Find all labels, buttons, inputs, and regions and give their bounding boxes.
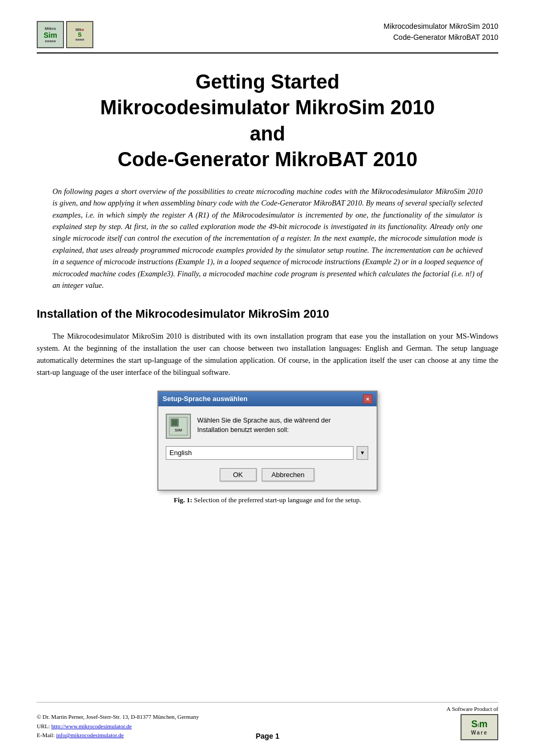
header-title: Mikrocodesimulator MikroSim 2010 Code-Ge… (383, 21, 498, 43)
dialog-select-row: English ▼ (166, 446, 368, 460)
header-logos: Mikro Sim ■■■■■ Miko S ■■■■ (37, 21, 93, 48)
footer-divider (37, 702, 498, 703)
dialog-body: SIM Wählen Sie die Sprache aus, die währ… (158, 406, 377, 490)
language-select[interactable]: English (166, 446, 354, 460)
footer-content: © Dr. Martin Perner, Josef-Sterr-Str. 13… (37, 706, 498, 740)
mikrosim-logo: Mikro Sim ■■■■■ (37, 21, 64, 48)
dialog-close-button[interactable]: × (363, 394, 372, 404)
simware-logo: Sim Ware (461, 714, 498, 740)
section1-body: The Mikrocodesimulator MikroSim 2010 is … (37, 330, 498, 379)
footer-email[interactable]: info@mikrocodesimulator.de (56, 732, 124, 738)
page-footer: © Dr. Martin Perner, Josef-Sterr-Str. 13… (0, 702, 535, 740)
figure-caption: Fig. 1: Selection of the preferred start… (37, 496, 498, 504)
footer-address: © Dr. Martin Perner, Josef-Sterr-Str. 13… (37, 712, 199, 740)
dialog-app-icon: SIM (166, 414, 191, 439)
mikrobat-logo: Miko S ■■■■ (66, 21, 93, 48)
footer-url[interactable]: http://www.mikrocodesimulator.de (51, 723, 132, 729)
dialog-screenshot: Setup-Sprache auswählen × SIM Wählen Si (37, 391, 498, 491)
dialog-title: Setup-Sprache auswählen (163, 395, 248, 403)
footer-right: A Software Product of Sim Ware (446, 706, 498, 740)
page-header: Mikro Sim ■■■■■ Miko S ■■■■ Mikrocodesim… (37, 21, 498, 53)
select-dropdown-arrow[interactable]: ▼ (357, 446, 368, 460)
intro-paragraph: On following pages a short overview of t… (52, 186, 483, 291)
dialog-message: Wählen Sie die Sprache aus, die während … (197, 414, 330, 436)
cancel-button[interactable]: Abbrechen (262, 468, 315, 481)
main-title: Getting Started Mikrocodesimulator Mikro… (37, 69, 498, 173)
setup-dialog: Setup-Sprache auswählen × SIM Wählen Si (157, 391, 378, 491)
footer-page-number: Page 1 (255, 732, 279, 740)
dialog-icon-row: SIM Wählen Sie die Sprache aus, die währ… (166, 414, 368, 439)
ok-button[interactable]: OK (220, 468, 256, 481)
dialog-titlebar: Setup-Sprache auswählen × (158, 392, 377, 406)
svg-rect-2 (172, 420, 177, 425)
section1-heading: Installation of the Mikrocodesimulator M… (37, 307, 498, 321)
svg-text:SIM: SIM (175, 428, 183, 433)
dialog-button-row: OK Abbrechen (166, 468, 368, 481)
